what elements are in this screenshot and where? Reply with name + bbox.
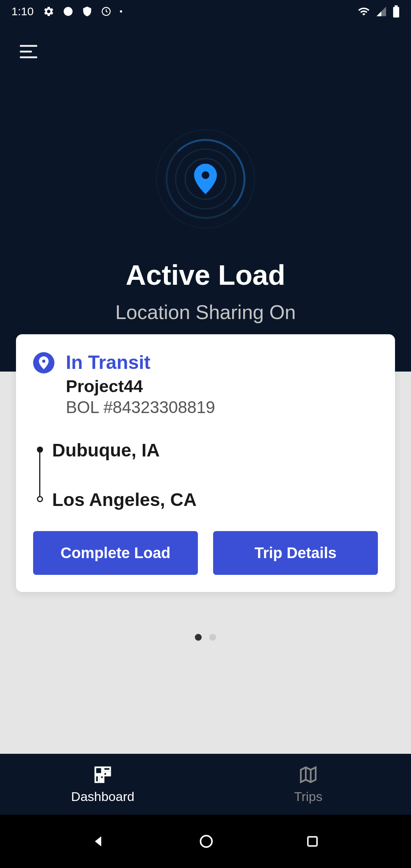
recent-apps-icon[interactable] <box>306 834 319 848</box>
svg-marker-11 <box>301 767 316 782</box>
route-line-icon <box>39 448 40 498</box>
destination-dot-icon <box>37 496 43 502</box>
load-status: In Transit <box>66 351 378 373</box>
status-bar-right <box>358 5 400 18</box>
svg-rect-3 <box>395 5 398 7</box>
svg-rect-10 <box>100 780 104 782</box>
card-header-text: In Transit Project44 BOL #84323308819 <box>66 351 378 417</box>
dot-icon <box>120 10 122 13</box>
status-bar: 1:10 <box>0 0 411 23</box>
svg-rect-5 <box>104 767 110 771</box>
hamburger-icon <box>20 45 37 58</box>
svg-rect-4 <box>96 767 102 774</box>
location-pin-icon <box>194 164 217 194</box>
bol-number: BOL #84323308819 <box>66 398 378 417</box>
location-graphic <box>156 129 255 228</box>
header-section: Active Load Location Sharing On <box>0 23 411 372</box>
company-name: Project44 <box>66 377 378 396</box>
route-origin: Dubuque, IA <box>52 440 378 461</box>
svg-rect-8 <box>96 775 99 782</box>
dashboard-icon <box>93 765 113 785</box>
page-dot-inactive[interactable] <box>209 634 216 641</box>
svg-rect-9 <box>100 775 104 779</box>
signal-icon <box>376 6 387 17</box>
svg-point-0 <box>64 7 73 16</box>
circle-icon <box>63 6 73 17</box>
bottom-nav: Dashboard Trips <box>0 754 411 815</box>
trip-details-button[interactable]: Trip Details <box>213 531 378 575</box>
card-header: In Transit Project44 BOL #84323308819 <box>33 351 378 417</box>
svg-rect-2 <box>393 7 399 18</box>
load-card: In Transit Project44 BOL #84323308819 Du… <box>16 334 395 592</box>
back-icon[interactable] <box>92 834 107 849</box>
home-icon[interactable] <box>199 834 214 849</box>
route-destination: Los Angeles, CA <box>52 489 378 510</box>
page-dot-active[interactable] <box>195 634 202 641</box>
button-row: Complete Load Trip Details <box>33 531 378 575</box>
nav-trips-label: Trips <box>294 789 322 804</box>
gear-icon <box>43 6 54 17</box>
shield-icon <box>82 6 92 17</box>
status-badge <box>33 352 54 373</box>
status-bar-left: 1:10 <box>11 5 122 18</box>
status-icons-left <box>43 6 122 17</box>
nav-trips[interactable]: Trips <box>206 754 411 815</box>
system-nav <box>0 815 411 868</box>
wifi-icon <box>358 5 370 18</box>
svg-rect-15 <box>308 837 317 846</box>
battery-icon <box>393 5 400 18</box>
page-title: Active Load <box>0 259 411 291</box>
complete-load-button[interactable]: Complete Load <box>33 531 198 575</box>
status-time: 1:10 <box>11 5 33 18</box>
route-section: Dubuque, IA Los Angeles, CA <box>33 440 378 510</box>
nav-dashboard[interactable]: Dashboard <box>0 754 206 815</box>
pin-badge-icon <box>39 356 49 369</box>
svg-point-14 <box>201 836 212 847</box>
svg-rect-7 <box>108 772 110 775</box>
page-subtitle: Location Sharing On <box>0 301 411 324</box>
menu-button[interactable] <box>15 38 42 65</box>
pagination-dots <box>195 634 216 641</box>
map-icon <box>298 765 318 785</box>
refresh-icon <box>101 6 112 17</box>
nav-dashboard-label: Dashboard <box>71 789 134 804</box>
